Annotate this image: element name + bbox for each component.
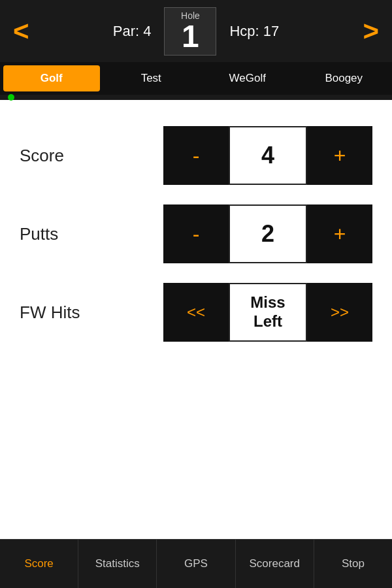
fw-hits-value: MissLeft [229,283,307,342]
tab-test[interactable]: Test [103,62,200,95]
tab-wegolf[interactable]: WeGolf [199,62,296,95]
fw-hits-counter: << MissLeft >> [163,283,372,342]
fw-hits-next-button[interactable]: >> [307,283,372,342]
hole-info: Par: 4 Hole 1 Hcp: 17 [36,7,357,56]
score-plus-button[interactable]: + [307,126,372,185]
score-counter: - 4 + [163,126,372,185]
putts-plus-button[interactable]: + [307,204,372,263]
active-tab-dot [8,94,14,101]
next-hole-button[interactable]: > [356,16,385,47]
score-value: 4 [229,126,307,185]
nav-scorecard[interactable]: Scorecard [236,540,314,588]
header: < Par: 4 Hole 1 Hcp: 17 > [0,0,392,62]
tab-golf[interactable]: Golf [3,65,100,91]
putts-counter: - 2 + [163,204,372,263]
putts-minus-button[interactable]: - [163,204,229,263]
tab-indicator [0,95,392,100]
fw-hits-prev-button[interactable]: << [163,283,229,342]
fw-hits-row: FW Hits << MissLeft >> [20,283,372,342]
hcp-label: Hcp: 17 [229,23,279,40]
hole-box: Hole 1 [164,7,216,56]
putts-row: Putts - 2 + [20,204,372,263]
score-label: Score [20,146,105,166]
par-label: Par: 4 [113,23,152,40]
score-row: Score - 4 + [20,126,372,185]
main-content: Score - 4 + Putts - 2 + FW Hits << MissL… [0,100,392,534]
nav-gps[interactable]: GPS [157,540,235,588]
bottom-nav: Score Statistics GPS Scorecard Stop [0,539,392,588]
hole-number: 1 [176,21,204,52]
prev-hole-button[interactable]: < [7,16,36,47]
nav-stop[interactable]: Stop [314,540,392,588]
fw-hits-label: FW Hits [20,302,105,323]
putts-value: 2 [229,204,307,263]
tab-bar: Golf Test WeGolf Boogey [0,62,392,95]
score-minus-button[interactable]: - [163,126,229,185]
putts-label: Putts [20,224,105,244]
nav-statistics[interactable]: Statistics [78,540,157,588]
nav-score[interactable]: Score [0,540,78,588]
tab-boogey[interactable]: Boogey [296,62,393,95]
